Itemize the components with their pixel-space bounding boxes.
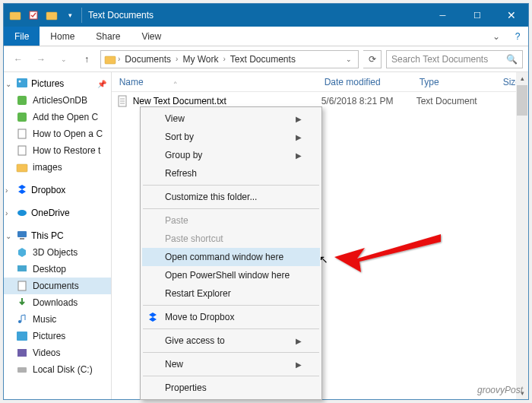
back-button[interactable]: ← bbox=[9, 50, 27, 68]
ctx-give-access[interactable]: Give access to▶ bbox=[142, 332, 320, 350]
chevron-right-icon[interactable]: › bbox=[5, 186, 13, 195]
onedrive-icon bbox=[16, 206, 28, 221]
close-button[interactable]: ✕ bbox=[494, 4, 528, 27]
svg-point-16 bbox=[18, 320, 21, 323]
search-icon[interactable]: 🔍 bbox=[506, 54, 518, 65]
nav-item-music[interactable]: Music bbox=[4, 311, 111, 328]
chevron-right-icon: ▶ bbox=[296, 360, 302, 369]
ctx-open-cmd[interactable]: Open command window here bbox=[142, 248, 320, 266]
scroll-up-icon[interactable]: ▴ bbox=[516, 72, 528, 84]
dropbox-icon bbox=[147, 311, 159, 323]
new-folder-icon[interactable] bbox=[45, 8, 59, 22]
column-headers[interactable]: Name^ Date modified Type Size bbox=[112, 72, 528, 92]
nav-item-pictures[interactable]: Pictures bbox=[4, 328, 111, 344]
nav-item[interactable]: How to Restore t bbox=[4, 142, 111, 159]
ctx-new[interactable]: New▶ bbox=[142, 355, 320, 373]
search-input[interactable]: Search Text Documents 🔍 bbox=[386, 50, 523, 68]
refresh-button[interactable]: ⟳ bbox=[363, 50, 382, 68]
chevron-down-icon[interactable]: ⌄ bbox=[5, 232, 13, 240]
scrollbar[interactable]: ▴ ▾ bbox=[516, 72, 528, 399]
svg-point-5 bbox=[19, 80, 21, 82]
forward-button[interactable]: → bbox=[32, 50, 50, 68]
ctx-restart-explorer[interactable]: Restart Explorer bbox=[142, 284, 320, 303]
file-type: Text Document bbox=[416, 96, 500, 106]
nav-pictures[interactable]: ⌄ Pictures 📌 bbox=[4, 75, 111, 92]
svg-rect-8 bbox=[18, 129, 26, 138]
tab-view[interactable]: View bbox=[131, 27, 172, 46]
svg-rect-14 bbox=[17, 265, 27, 271]
ctx-groupby[interactable]: Group by▶ bbox=[142, 146, 320, 164]
titlebar[interactable]: ▾ Text Documents ─ ☐ ✕ bbox=[4, 4, 528, 27]
nav-item[interactable]: images bbox=[4, 159, 111, 176]
nav-item[interactable]: How to Open a C bbox=[4, 125, 111, 142]
ctx-open-powershell[interactable]: Open PowerShell window here bbox=[142, 266, 320, 284]
nav-item-localdisk[interactable]: Local Disk (C:) bbox=[4, 361, 111, 378]
svg-rect-12 bbox=[17, 231, 27, 237]
separator bbox=[143, 352, 319, 353]
nav-item-downloads[interactable]: Downloads bbox=[4, 294, 111, 311]
desktop-icon bbox=[16, 263, 28, 275]
minimize-button[interactable]: ─ bbox=[426, 4, 460, 27]
col-type[interactable]: Type bbox=[412, 77, 496, 87]
tab-home[interactable]: Home bbox=[40, 27, 85, 46]
quick-access-toolbar: ▾ bbox=[4, 4, 81, 27]
window-title: Text Documents bbox=[82, 4, 426, 27]
watermark: groovyPost bbox=[477, 379, 523, 397]
chevron-right-icon[interactable]: › bbox=[223, 55, 226, 63]
chevron-right-icon: ▶ bbox=[296, 115, 302, 123]
scroll-thumb[interactable] bbox=[517, 85, 527, 116]
text-file-icon bbox=[116, 95, 128, 107]
nav-dropbox[interactable]: ›Dropbox bbox=[4, 182, 111, 198]
crumb-textdocs[interactable]: Text Documents bbox=[227, 54, 299, 65]
address-bar[interactable]: › Documents › My Work › Text Documents ⌄ bbox=[100, 50, 359, 68]
svg-rect-4 bbox=[17, 78, 27, 87]
svg-point-11 bbox=[17, 210, 27, 216]
pin-icon[interactable]: 📌 bbox=[97, 80, 106, 88]
ctx-sortby[interactable]: Sort by▶ bbox=[142, 128, 320, 146]
nav-item-3dobjects[interactable]: 3D Objects bbox=[4, 244, 111, 261]
dropbox-icon bbox=[16, 183, 28, 198]
reg-icon bbox=[16, 111, 28, 123]
nav-onedrive[interactable]: ›OneDrive bbox=[4, 205, 111, 221]
address-dropdown-icon[interactable]: ⌄ bbox=[343, 56, 355, 63]
col-date[interactable]: Date modified bbox=[317, 77, 412, 87]
svg-rect-17 bbox=[17, 332, 27, 341]
qat-dropdown-icon[interactable]: ▾ bbox=[63, 8, 77, 22]
nav-item[interactable]: ArticlesOnDB bbox=[4, 92, 111, 109]
tab-file[interactable]: File bbox=[4, 27, 40, 46]
svg-rect-2 bbox=[46, 12, 57, 20]
chevron-down-icon[interactable]: ⌄ bbox=[5, 80, 13, 88]
maximize-button[interactable]: ☐ bbox=[460, 4, 494, 27]
crumb-mywork[interactable]: My Work bbox=[179, 54, 221, 65]
navigation-pane[interactable]: ⌄ Pictures 📌 ArticlesOnDB Add the Open C… bbox=[4, 72, 112, 399]
svg-rect-9 bbox=[18, 146, 26, 155]
nav-item-documents[interactable]: Documents bbox=[4, 278, 111, 294]
address-row: ← → ⌄ ↑ › Documents › My Work › Text Doc… bbox=[4, 46, 528, 72]
nav-item[interactable]: Add the Open C bbox=[4, 109, 111, 125]
nav-thispc[interactable]: ⌄This PC bbox=[4, 227, 111, 244]
tab-share[interactable]: Share bbox=[85, 27, 131, 46]
separator bbox=[143, 328, 319, 329]
nav-item-videos[interactable]: Videos bbox=[4, 344, 111, 361]
ctx-properties[interactable]: Properties bbox=[142, 379, 320, 397]
separator bbox=[143, 208, 319, 209]
ctx-paste: Paste bbox=[142, 211, 320, 230]
up-button[interactable]: ↑ bbox=[78, 50, 96, 68]
nav-item-desktop[interactable]: Desktop bbox=[4, 261, 111, 278]
col-name[interactable]: Name^ bbox=[112, 77, 317, 87]
help-icon[interactable]: ? bbox=[507, 27, 528, 46]
chevron-right-icon[interactable]: › bbox=[5, 209, 13, 217]
chevron-right-icon[interactable]: › bbox=[118, 55, 120, 63]
ribbon-expand-icon[interactable]: ⌄ bbox=[486, 27, 507, 46]
downloads-icon bbox=[16, 297, 28, 309]
recent-dropdown[interactable]: ⌄ bbox=[55, 50, 73, 68]
properties-icon[interactable] bbox=[27, 8, 40, 22]
ctx-refresh[interactable]: Refresh bbox=[142, 164, 320, 182]
ctx-view[interactable]: View▶ bbox=[142, 109, 320, 128]
pc-icon bbox=[16, 229, 28, 243]
ctx-move-dropbox[interactable]: Move to Dropbox bbox=[142, 308, 320, 326]
ctx-customize[interactable]: Customize this folder... bbox=[142, 188, 320, 206]
chevron-right-icon: ▶ bbox=[296, 337, 302, 345]
crumb-documents[interactable]: Documents bbox=[122, 54, 174, 65]
chevron-right-icon[interactable]: › bbox=[176, 55, 178, 63]
